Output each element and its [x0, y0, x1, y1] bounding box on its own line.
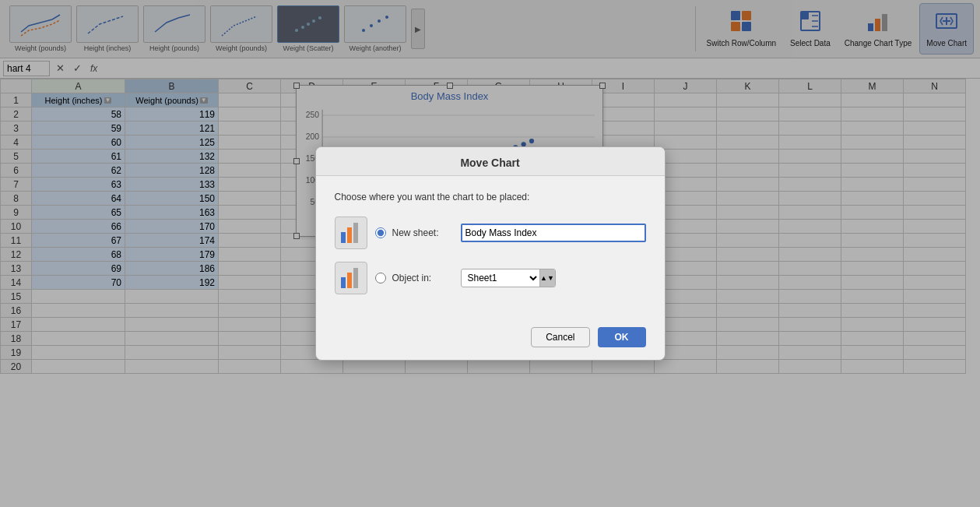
svg-rect-45 [347, 227, 352, 243]
new-sheet-label: New sheet: [392, 227, 455, 238]
new-sheet-chart-icon [335, 217, 367, 249]
modal-footer: Cancel OK [316, 319, 665, 360]
object-in-option: Object in: Sheet1 ▲▼ [335, 262, 646, 294]
new-sheet-name-input[interactable] [461, 224, 646, 242]
svg-rect-48 [347, 273, 352, 288]
modal-instruction: Choose where you want the chart to be pl… [335, 192, 646, 202]
select-arrow-icon[interactable]: ▲▼ [539, 269, 555, 287]
svg-rect-49 [353, 268, 358, 288]
ok-button[interactable]: OK [598, 327, 646, 347]
move-chart-modal: Move Chart Choose where you want the cha… [315, 146, 666, 361]
modal-title: Move Chart [316, 147, 665, 176]
object-in-radio[interactable] [375, 273, 386, 283]
svg-rect-46 [353, 223, 358, 243]
modal-overlay: Move Chart Choose where you want the cha… [0, 0, 980, 507]
new-sheet-radio[interactable] [375, 227, 386, 238]
object-in-select-wrapper: Sheet1 ▲▼ [461, 269, 556, 287]
object-in-select[interactable]: Sheet1 [462, 269, 539, 287]
object-in-label: Object in: [392, 273, 455, 283]
svg-rect-44 [341, 232, 346, 243]
object-in-chart-icon [335, 262, 367, 294]
cancel-button[interactable]: Cancel [531, 327, 589, 347]
modal-body: Choose where you want the chart to be pl… [316, 176, 665, 319]
svg-rect-47 [341, 277, 346, 288]
new-sheet-option: New sheet: [335, 217, 646, 249]
